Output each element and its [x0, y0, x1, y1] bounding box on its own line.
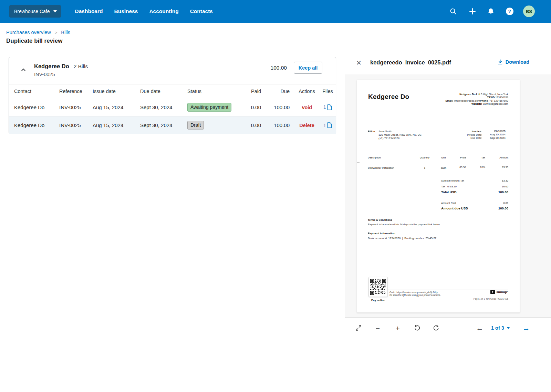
avatar[interactable]: BS	[523, 6, 535, 17]
download-button[interactable]: Download	[498, 59, 529, 65]
breadcrumb: Purchases overview > Bills	[6, 30, 70, 35]
table-row: Kedgeree Do INV-0025 Aug 15, 2024 Sept 3…	[9, 116, 336, 134]
download-icon	[498, 59, 503, 65]
nav-item-business[interactable]: Business	[114, 8, 138, 14]
next-page-arrow-icon[interactable]: →	[520, 322, 532, 334]
download-label: Download	[506, 59, 529, 65]
org-switcher-button[interactable]: Brewhouse Cafe	[9, 5, 61, 18]
breadcrumb-purchases-overview[interactable]: Purchases overview	[6, 30, 51, 35]
col-due-date: Due date	[140, 89, 187, 94]
void-action-link[interactable]: Void	[302, 105, 312, 110]
email-label: Email:	[445, 99, 453, 102]
col-files: Files	[319, 89, 336, 94]
files-attachment[interactable]: 1	[319, 104, 336, 110]
scan-hint: Or scan the QR code using your phone's c…	[389, 294, 441, 297]
pdf-page-note: Page 1 of 1 for invoice #2021-005	[474, 298, 508, 300]
item-col-tax: Tax	[481, 156, 485, 159]
totals-divider	[441, 198, 508, 198]
cell-due-date: Sept 30, 2024	[140, 104, 187, 110]
col-paid: Paid	[238, 89, 261, 94]
add-icon[interactable]	[468, 7, 477, 16]
payment-link: https://invoice.sumup.com/s/_doQcD1jy	[396, 291, 437, 293]
search-icon[interactable]	[449, 7, 457, 16]
invoice-label: Invoice:	[467, 130, 482, 133]
bills-table-header: Contact Reference Issue date Due date St…	[9, 84, 336, 98]
nav-item-contacts[interactable]: Contacts	[190, 8, 213, 14]
rotate-counterclockwise-icon[interactable]	[411, 322, 423, 334]
cell-reference: INV-0025	[59, 122, 93, 128]
nav-item-dashboard[interactable]: Dashboard	[75, 8, 103, 14]
cell-paid: 0.00	[238, 122, 261, 128]
status-badge: Awaiting payment	[187, 103, 231, 112]
item-col-quantity: Quantity	[414, 156, 435, 159]
actions-column-divider	[295, 84, 295, 133]
notifications-bell-icon[interactable]	[487, 7, 495, 16]
payment-info-body: Bank account #: 12345678 | Routing numbe…	[368, 237, 437, 240]
breadcrumb-separator: >	[55, 30, 58, 35]
collapse-chevron-up-icon[interactable]	[20, 66, 27, 74]
item-tax: 20%	[480, 166, 485, 169]
file-icon	[327, 104, 332, 110]
page-indicator-label: 1 of 3	[491, 325, 504, 331]
cell-issue-date: Aug 15, 2024	[93, 104, 140, 110]
close-icon[interactable]: ✕	[355, 59, 363, 67]
help-icon[interactable]: ?	[506, 7, 514, 16]
fullscreen-expand-icon[interactable]	[353, 322, 364, 334]
cell-issue-date: Aug 15, 2024	[93, 122, 140, 128]
sumup-logo-icon	[490, 290, 495, 294]
company-street: 3 High Street, New York	[480, 93, 508, 96]
zoom-in-icon[interactable]: +	[392, 322, 404, 334]
due-date-label: Due Date:	[467, 136, 482, 140]
group-contact-name: Kedgeree Do	[34, 63, 69, 70]
pdf-filename: kedgereedo_invoice_0025.pdf	[370, 59, 451, 66]
files-count: 1	[323, 104, 326, 110]
payment-link-block: Go to: https://invoice.sumup.com/s/_doQc…	[389, 291, 441, 297]
files-attachment[interactable]: 1	[319, 122, 336, 128]
subtotal-label: Subtotal without Tax	[441, 179, 464, 182]
terms-title: Terms & Conditions	[368, 218, 392, 221]
invoice-company-details: Kedgeree Do Ltd 3 High Street, New York …	[445, 93, 508, 106]
cell-reference: INV-0025	[59, 104, 93, 110]
items-table-bottom-border	[368, 177, 508, 177]
cell-due: 100.00	[261, 122, 290, 128]
website-value: www.kedgereedo.com	[482, 102, 508, 105]
bill-to-phone: (+1) 7812345678	[378, 137, 422, 140]
group-header: Kedgeree Do 2 Bills INV-0025 100.00 Keep…	[9, 57, 336, 84]
cell-due: 100.00	[261, 104, 290, 110]
nav-links: Dashboard Business Accounting Contacts	[75, 8, 213, 14]
pdf-viewer-area: Kedgeree Do Kedgeree Do Ltd 3 High Stree…	[345, 74, 551, 317]
items-table-header-border	[368, 163, 508, 163]
chevron-down-icon	[53, 10, 57, 12]
footer-divider	[368, 289, 508, 289]
subtotal-value: 83.30	[502, 179, 508, 182]
col-reference: Reference	[59, 89, 93, 94]
item-unit: each	[433, 166, 454, 169]
payment-info-title: Payment information	[368, 232, 395, 235]
page-title: Duplicate bill review	[6, 38, 62, 44]
col-status: Status	[187, 89, 238, 94]
rotate-clockwise-icon[interactable]	[430, 322, 442, 334]
amount-paid-value: 0.00	[503, 202, 508, 205]
invoice-number: INV-0025	[490, 130, 506, 133]
fold-mark	[357, 247, 360, 247]
org-name: Brewhouse Cafe	[14, 9, 50, 14]
delete-action-link[interactable]: Delete	[299, 123, 314, 128]
previous-page-arrow-icon[interactable]: ←	[474, 322, 486, 334]
breadcrumb-bills[interactable]: Bills	[61, 30, 70, 35]
col-contact: Contact	[14, 89, 59, 94]
question-mark-glyph: ?	[506, 8, 513, 15]
cell-contact: Kedgeree Do	[14, 122, 59, 128]
page-indicator-dropdown[interactable]: 1 of 3	[491, 322, 510, 334]
qr-code	[368, 277, 388, 297]
taxid-value: 123456789	[495, 96, 508, 99]
app-window: Brewhouse Cafe Dashboard Business Accoun…	[0, 0, 551, 392]
items-table-top-border	[368, 154, 508, 154]
group-reference: INV-0025	[34, 72, 55, 77]
pdf-panel-header: ✕ kedgereedo_invoice_0025.pdf Download	[345, 52, 551, 74]
nav-item-accounting[interactable]: Accounting	[149, 8, 178, 14]
item-col-unit: Unit	[433, 156, 454, 159]
cell-paid: 0.00	[238, 104, 261, 110]
zoom-out-icon[interactable]: −	[372, 322, 384, 334]
keep-all-button[interactable]: Keep all	[294, 62, 322, 74]
bill-to-name: Jane Smith	[378, 130, 422, 133]
